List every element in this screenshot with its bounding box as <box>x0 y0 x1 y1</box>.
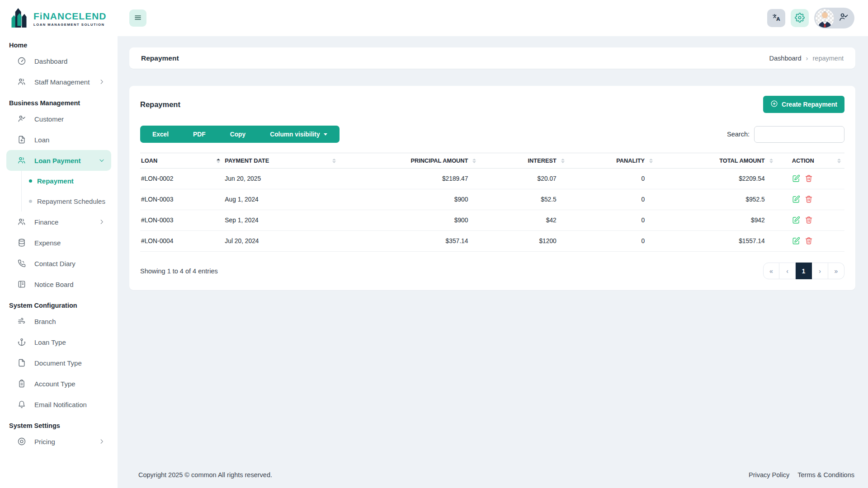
trash-icon <box>805 216 813 224</box>
export-button-group: Excel PDF Copy Column visibility <box>140 126 340 143</box>
sidebar-subitem-label: Repayment <box>37 177 74 185</box>
trash-icon <box>805 195 813 203</box>
edit-icon <box>792 195 800 203</box>
bullet-icon <box>29 200 32 203</box>
profile-menu[interactable] <box>814 8 854 28</box>
search-input[interactable] <box>754 126 844 143</box>
terms-conditions-link[interactable]: Terms & Conditions <box>797 471 854 479</box>
create-repayment-button[interactable]: Create Repayment <box>763 96 844 113</box>
search-label: Search: <box>727 131 750 138</box>
cell-interest: $42 <box>480 210 568 231</box>
bell-icon <box>17 400 26 409</box>
pagination-page-1-button[interactable]: 1 <box>796 263 812 279</box>
cell-interest: $52.5 <box>480 189 568 210</box>
column-header-total-amount[interactable]: TOTAL AMOUNT <box>656 153 777 169</box>
settings-button[interactable] <box>791 9 809 27</box>
column-header-panality[interactable]: PANALITY <box>568 153 656 169</box>
edit-icon <box>792 174 800 183</box>
delete-button[interactable] <box>805 174 814 183</box>
svg-text:A: A <box>776 16 780 22</box>
sort-icon <box>649 159 653 163</box>
brand-name: FiNANCELEND <box>33 11 107 22</box>
sidebar-item-loan-type[interactable]: Loan Type <box>6 332 111 352</box>
export-pdf-button[interactable]: PDF <box>181 126 218 143</box>
sidebar-subitem-repayment-schedules[interactable]: Repayment Schedules <box>22 191 118 211</box>
delete-button[interactable] <box>805 237 814 246</box>
cell-total: $942 <box>656 210 777 231</box>
breadcrumb-separator-icon: › <box>806 54 808 62</box>
brand-logo[interactable]: FiNANCELEND LOAN MANAGEMENT SOLUTION <box>0 0 118 34</box>
sidebar-item-notice-board[interactable]: Notice Board <box>6 274 111 295</box>
delete-button[interactable] <box>805 216 814 225</box>
sidebar-item-email-notification[interactable]: Email Notification <box>6 394 111 415</box>
column-header-principal-amount[interactable]: PRINCIPAL AMOUNT <box>340 153 480 169</box>
sidebar-item-label: Loan <box>34 136 49 144</box>
column-visibility-button[interactable]: Column visibility <box>258 126 339 143</box>
board-icon <box>17 280 26 289</box>
column-header-payment-date[interactable]: PAYMENT DATE <box>224 153 339 169</box>
trash-icon <box>805 237 813 245</box>
edit-button[interactable] <box>792 216 801 225</box>
sidebar-item-account-type[interactable]: Account Type <box>6 373 111 394</box>
pagination-prev-button[interactable]: ‹ <box>779 263 796 279</box>
sidebar-item-loan-payment[interactable]: Loan Payment <box>6 150 111 171</box>
sidebar-item-label: Dashboard <box>34 57 67 65</box>
language-button[interactable]: A <box>767 9 785 27</box>
chevron-right-icon <box>99 438 105 445</box>
column-header-action[interactable]: ACTION <box>777 153 844 169</box>
sidebar-item-finance[interactable]: Finance <box>6 211 111 232</box>
table-row: #LON-0002 Jun 20, 2025 $2189.47 $20.07 0… <box>140 169 844 189</box>
sidebar-item-expense[interactable]: Expense <box>6 232 111 253</box>
sidebar-item-branch[interactable]: Branch <box>6 311 111 332</box>
page-title: Repayment <box>141 54 179 62</box>
table-header-row: LOAN PAYMENT DATE PRINCIPAL AMOUNT INTER… <box>140 153 844 169</box>
cell-panality: 0 <box>568 169 656 189</box>
column-header-loan[interactable]: LOAN <box>140 153 224 169</box>
table-row: #LON-0004 Jul 20, 2024 $357.14 $1200 0 $… <box>140 231 844 252</box>
sidebar-section-home: Home <box>9 42 118 49</box>
sort-icon <box>769 159 773 163</box>
delete-button[interactable] <box>805 195 814 204</box>
pagination-first-button[interactable]: « <box>763 263 779 279</box>
column-header-interest[interactable]: INTEREST <box>480 153 568 169</box>
loan-payment-submenu: Repayment Repayment Schedules <box>21 171 118 211</box>
sidebar-subitem-repayment[interactable]: Repayment <box>22 171 118 191</box>
column-visibility-label: Column visibility <box>270 131 320 138</box>
sidebar-item-label: Loan Payment <box>34 157 81 164</box>
sidebar-item-label: Contact Diary <box>34 260 75 267</box>
brand-logo-icon <box>9 6 29 31</box>
sidebar-section-system-configuration: System Configuration <box>9 302 118 309</box>
breadcrumb-dashboard-link[interactable]: Dashboard <box>769 55 802 62</box>
edit-button[interactable] <box>792 174 801 183</box>
sidebar-item-pricing[interactable]: Pricing <box>6 431 111 452</box>
sidebar-subitem-label: Repayment Schedules <box>37 197 105 205</box>
sidebar-item-label: Document Type <box>34 359 82 367</box>
edit-button[interactable] <box>792 195 801 204</box>
disc-icon <box>17 437 26 446</box>
topbar: A <box>118 0 868 36</box>
sidebar-item-staff-management[interactable]: Staff Management <box>6 71 111 92</box>
person-check-icon <box>17 114 26 123</box>
cell-panality: 0 <box>568 231 656 252</box>
sort-icon <box>561 159 565 163</box>
edit-button[interactable] <box>792 237 801 246</box>
privacy-policy-link[interactable]: Privacy Policy <box>749 471 789 479</box>
cell-payment-date: Aug 1, 2024 <box>224 189 339 210</box>
export-excel-button[interactable]: Excel <box>140 126 181 143</box>
sort-icon <box>332 159 336 163</box>
sidebar-toggle-button[interactable] <box>129 9 146 27</box>
card-title: Repayment <box>140 100 180 109</box>
sidebar-item-loan[interactable]: Loan <box>6 129 111 150</box>
gear-icon <box>795 13 805 24</box>
table-row: #LON-0003 Aug 1, 2024 $900 $52.5 0 $952.… <box>140 189 844 210</box>
cell-total: $952.5 <box>656 189 777 210</box>
cell-principal: $357.14 <box>340 231 480 252</box>
sidebar-item-dashboard[interactable]: Dashboard <box>6 51 111 71</box>
pagination-last-button[interactable]: » <box>828 263 844 279</box>
sidebar-item-customer[interactable]: Customer <box>6 108 111 129</box>
export-copy-button[interactable]: Copy <box>218 126 258 143</box>
pagination-next-button[interactable]: › <box>812 263 828 279</box>
cell-loan: #LON-0003 <box>140 189 224 210</box>
sidebar-item-document-type[interactable]: Document Type <box>6 352 111 373</box>
sidebar-item-contact-diary[interactable]: Contact Diary <box>6 253 111 274</box>
